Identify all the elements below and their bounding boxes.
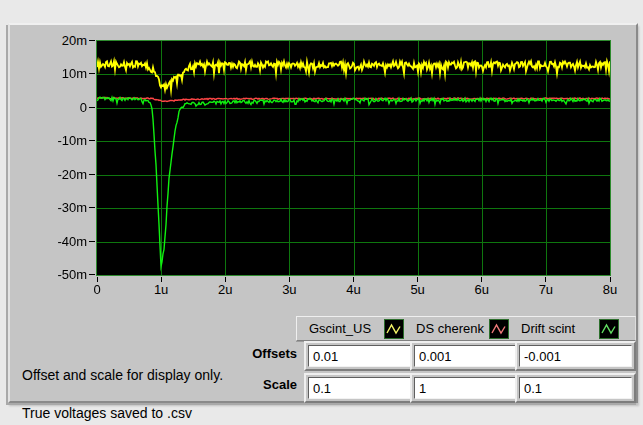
scale-frame-1 (410, 373, 522, 403)
plot-canvas (96, 40, 611, 276)
note-line-1: Offset and scale for display only. (22, 367, 223, 383)
legend-item-label: DS cherenk (416, 321, 484, 336)
y-tick-mark (89, 73, 95, 74)
scale-input-1[interactable] (414, 377, 518, 399)
y-tick-mark (89, 207, 95, 208)
scale-input-0[interactable] (308, 377, 411, 399)
y-tick-label: 20m (41, 34, 87, 48)
offset-frame-0 (304, 341, 415, 371)
x-tick-label: 6u (462, 283, 502, 297)
y-tick-label: -40m (41, 235, 87, 249)
y-tick-label: 0 (41, 101, 87, 115)
x-tick-label: 8u (590, 283, 630, 297)
x-tick-label: 5u (398, 283, 438, 297)
plot-legend: Gscint_USDS cherenkDrift scint (296, 316, 636, 341)
offset-frame-1 (410, 341, 522, 371)
y-tick-mark (89, 274, 95, 275)
front-panel-window: 20m10m0-10m-20m-30m-40m-50m 01u2u3u4u5u6… (0, 0, 643, 425)
x-tick-label: 2u (205, 283, 245, 297)
offset-input-0[interactable] (308, 345, 411, 367)
x-tick-label: 1u (141, 283, 181, 297)
y-tick-label: -30m (41, 201, 87, 215)
main-panel: 20m10m0-10m-20m-30m-40m-50m 01u2u3u4u5u6… (8, 23, 638, 403)
y-tick-mark (89, 107, 95, 108)
y-tick-label: -50m (41, 268, 87, 282)
offset-input-2[interactable] (519, 345, 632, 367)
y-tick-mark (89, 40, 95, 41)
scale-input-2[interactable] (519, 377, 632, 399)
y-tick-label: -20m (41, 168, 87, 182)
x-tick-label: 0 (77, 283, 117, 297)
y-tick-label: 10m (41, 67, 87, 81)
x-tick-label: 3u (269, 283, 309, 297)
y-tick-label: -10m (41, 134, 87, 148)
waveform-icon[interactable] (599, 319, 619, 339)
note-line-2: True voltages saved to .csv (22, 405, 192, 421)
note-text: Offset and scale for display only. True … (22, 347, 223, 423)
legend-item-label: Gscint_US (309, 321, 371, 336)
x-tick-label: 7u (526, 283, 566, 297)
waveform-icon[interactable] (384, 319, 404, 339)
legend-item-label: Drift scint (521, 321, 575, 336)
y-tick-mark (89, 241, 95, 242)
y-tick-mark (89, 140, 95, 141)
offset-frame-2 (515, 341, 636, 371)
x-tick-label: 4u (334, 283, 374, 297)
scale-frame-2 (515, 373, 636, 403)
offset-input-1[interactable] (414, 345, 518, 367)
y-tick-mark (89, 174, 95, 175)
scale-frame-0 (304, 373, 415, 403)
waveform-icon[interactable] (489, 319, 509, 339)
